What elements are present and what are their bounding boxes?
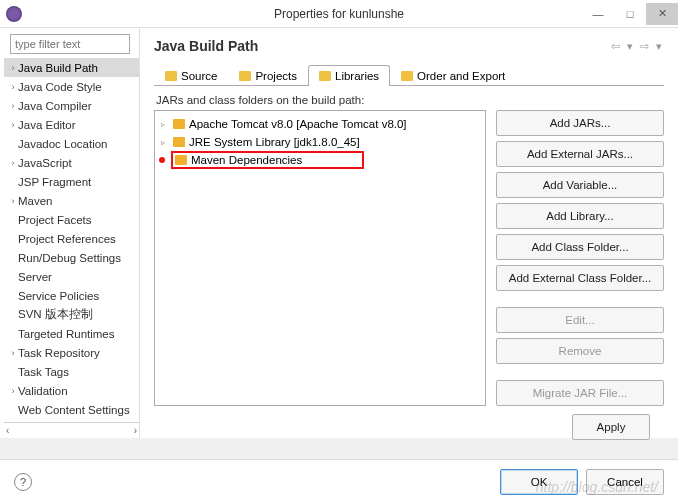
- sidebar-item-web-content[interactable]: Web Content Settings: [4, 400, 139, 419]
- window-title: Properties for kunlunshe: [274, 7, 404, 21]
- nav-history[interactable]: ⇦ ▾ ⇨ ▾: [611, 40, 664, 53]
- sidebar-item-project-facets[interactable]: Project Facets: [4, 210, 139, 229]
- tab-bar: Source Projects Libraries Order and Expo…: [154, 64, 664, 86]
- sidebar-item-validation[interactable]: ›Validation: [4, 381, 139, 400]
- cancel-button[interactable]: Cancel: [586, 469, 664, 495]
- sidebar-item-task-tags[interactable]: Task Tags: [4, 362, 139, 381]
- sidebar-item-service-policies[interactable]: Service Policies: [4, 286, 139, 305]
- scroll-right-icon[interactable]: ›: [134, 425, 137, 436]
- close-button[interactable]: ✕: [646, 3, 678, 25]
- sidebar-item-run-debug[interactable]: Run/Debug Settings: [4, 248, 139, 267]
- tab-order-export[interactable]: Order and Export: [390, 65, 516, 86]
- sidebar-item-jsp-fragment[interactable]: JSP Fragment: [4, 172, 139, 191]
- sidebar-item-task-repository[interactable]: ›Task Repository: [4, 343, 139, 362]
- add-library-button[interactable]: Add Library...: [496, 203, 664, 229]
- filter-input[interactable]: [10, 34, 130, 54]
- expand-icon[interactable]: ▹: [161, 120, 169, 129]
- sidebar-item-project-references[interactable]: Project References: [4, 229, 139, 248]
- apply-button[interactable]: Apply: [572, 414, 650, 440]
- sidebar-tree: ›Java Build Path ›Java Code Style ›Java …: [4, 58, 139, 422]
- main-panel: Java Build Path ⇦ ▾ ⇨ ▾ Source Projects …: [140, 28, 678, 438]
- sidebar-item-maven[interactable]: ›Maven: [4, 191, 139, 210]
- sidebar-item-java-code-style[interactable]: ›Java Code Style: [4, 77, 139, 96]
- sidebar-item-javascript[interactable]: ›JavaScript: [4, 153, 139, 172]
- remove-button: Remove: [496, 338, 664, 364]
- tab-source[interactable]: Source: [154, 65, 228, 86]
- add-class-folder-button[interactable]: Add Class Folder...: [496, 234, 664, 260]
- annotation-dot-icon: [159, 157, 165, 163]
- sidebar-item-java-compiler[interactable]: ›Java Compiler: [4, 96, 139, 115]
- jar-item-jre[interactable]: ▹ JRE System Library [jdk1.8.0_45]: [159, 133, 481, 151]
- jar-label: Maven Dependencies: [191, 154, 302, 166]
- add-external-class-folder-button[interactable]: Add External Class Folder...: [496, 265, 664, 291]
- jar-item-maven[interactable]: Maven Dependencies: [159, 151, 481, 169]
- highlight-box: Maven Dependencies: [171, 151, 364, 169]
- folder-icon: [239, 71, 251, 81]
- title-bar: Properties for kunlunshe — □ ✕: [0, 0, 678, 28]
- dialog-footer: ? OK Cancel: [0, 459, 678, 503]
- minimize-button[interactable]: —: [582, 3, 614, 25]
- tab-projects[interactable]: Projects: [228, 65, 308, 86]
- help-icon[interactable]: ?: [14, 473, 32, 491]
- sidebar-item-javadoc-location[interactable]: Javadoc Location: [4, 134, 139, 153]
- sidebar-item-java-editor[interactable]: ›Java Editor: [4, 115, 139, 134]
- maximize-button[interactable]: □: [614, 3, 646, 25]
- migrate-jar-button: Migrate JAR File...: [496, 380, 664, 406]
- library-icon: [173, 137, 185, 147]
- jar-list[interactable]: ▹ Apache Tomcat v8.0 [Apache Tomcat v8.0…: [154, 110, 486, 406]
- sidebar-item-server[interactable]: Server: [4, 267, 139, 286]
- folder-icon: [165, 71, 177, 81]
- sidebar-item-targeted-runtimes[interactable]: Targeted Runtimes: [4, 324, 139, 343]
- scroll-left-icon[interactable]: ‹: [6, 425, 9, 436]
- sidebar-scrollbar[interactable]: ‹ ›: [4, 422, 139, 438]
- expand-icon[interactable]: ▹: [161, 138, 169, 147]
- jar-label: JRE System Library [jdk1.8.0_45]: [189, 136, 360, 148]
- add-variable-button[interactable]: Add Variable...: [496, 172, 664, 198]
- add-external-jars-button[interactable]: Add External JARs...: [496, 141, 664, 167]
- library-icon: [319, 71, 331, 81]
- button-column: Add JARs... Add External JARs... Add Var…: [496, 110, 664, 406]
- add-jars-button[interactable]: Add JARs...: [496, 110, 664, 136]
- page-title: Java Build Path: [154, 38, 258, 54]
- edit-button: Edit...: [496, 307, 664, 333]
- app-icon: [6, 6, 22, 22]
- library-icon: [173, 119, 185, 129]
- sidebar: ›Java Build Path ›Java Code Style ›Java …: [0, 28, 140, 438]
- jars-description: JARs and class folders on the build path…: [156, 94, 664, 106]
- sidebar-item-java-build-path[interactable]: ›Java Build Path: [4, 58, 139, 77]
- sidebar-item-svn[interactable]: SVN 版本控制: [4, 305, 139, 324]
- jar-label: Apache Tomcat v8.0 [Apache Tomcat v8.0]: [189, 118, 407, 130]
- tab-libraries[interactable]: Libraries: [308, 65, 390, 86]
- order-icon: [401, 71, 413, 81]
- library-icon: [175, 155, 187, 165]
- jar-item-tomcat[interactable]: ▹ Apache Tomcat v8.0 [Apache Tomcat v8.0…: [159, 115, 481, 133]
- ok-button[interactable]: OK: [500, 469, 578, 495]
